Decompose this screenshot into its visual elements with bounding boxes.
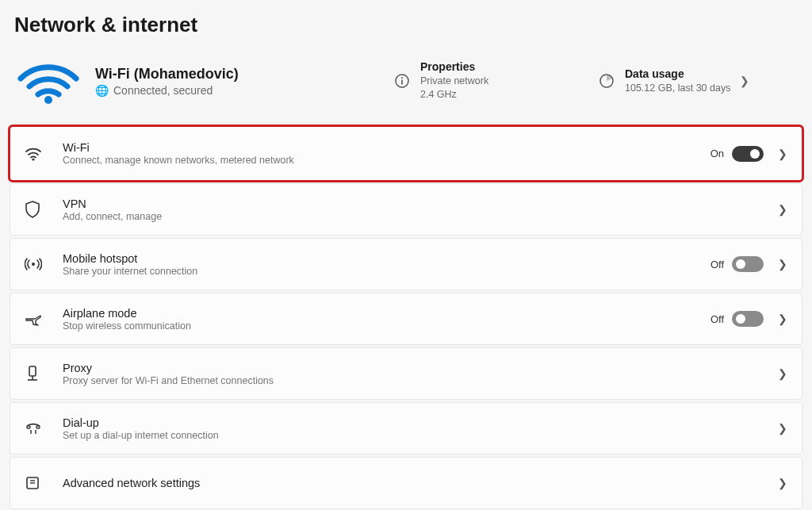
proxy-icon (25, 365, 48, 382)
connection-name: Wi-Fi (Mohamedovic) (95, 66, 389, 82)
settings-row-vpn[interactable]: VPNAdd, connect, manage❯ (10, 183, 802, 236)
pie-chart-icon (598, 72, 615, 90)
chevron-right-icon: ❯ (740, 75, 754, 87)
row-subtitle: Connect, manage known networks, metered … (63, 155, 710, 166)
toggle-group: Off (710, 256, 764, 272)
row-labels: Airplane modeStop wireless communication (63, 307, 710, 332)
row-labels: Dial-upSet up a dial-up internet connect… (63, 416, 764, 441)
shield-icon (25, 201, 48, 218)
svg-point-6 (32, 263, 35, 266)
svg-point-2 (401, 77, 403, 79)
row-labels: VPNAdd, connect, manage (63, 197, 764, 222)
properties-line2: 2.4 GHz (420, 89, 457, 100)
svg-point-0 (44, 96, 52, 104)
toggle-switch[interactable] (732, 256, 764, 272)
row-subtitle: Share your internet connection (63, 266, 710, 277)
chevron-right-icon: ❯ (778, 477, 787, 489)
chevron-right-icon: ❯ (778, 148, 787, 160)
svg-rect-10 (27, 426, 30, 428)
svg-rect-3 (401, 80, 403, 85)
advanced-icon (25, 475, 48, 491)
properties-title: Properties (420, 60, 488, 73)
row-subtitle: Stop wireless communication (63, 320, 710, 332)
chevron-right-icon: ❯ (778, 367, 787, 380)
svg-point-5 (32, 158, 34, 160)
row-title: Dial-up (63, 416, 764, 429)
globe-icon: 🌐 (95, 84, 109, 97)
chevron-right-icon: ❯ (778, 203, 787, 216)
data-usage-title: Data usage (625, 67, 730, 80)
toggle-label: Off (710, 313, 724, 325)
settings-row-airplane-mode[interactable]: Airplane modeStop wireless communication… (10, 293, 802, 345)
properties-line1: Private network (420, 75, 488, 86)
row-title: VPN (63, 197, 764, 210)
row-subtitle: Proxy server for Wi-Fi and Ethernet conn… (63, 375, 764, 386)
chevron-right-icon: ❯ (778, 422, 787, 435)
info-icon (393, 72, 411, 90)
settings-row-dial-up[interactable]: Dial-upSet up a dial-up internet connect… (10, 402, 802, 454)
toggle-group: On (710, 146, 764, 162)
toggle-switch[interactable] (732, 311, 764, 327)
row-title: Wi-Fi (63, 141, 710, 154)
row-title: Mobile hotspot (63, 252, 710, 265)
dialup-icon (25, 420, 48, 436)
chevron-right-icon: ❯ (778, 258, 787, 270)
settings-row-wi-fi[interactable]: Wi-FiConnect, manage known networks, met… (10, 126, 802, 181)
data-usage-card[interactable]: Data usage 105.12 GB, last 30 days ❯ (593, 67, 798, 95)
airplane-icon (25, 311, 48, 327)
toggle-label: On (710, 148, 724, 159)
connection-status: Connected, secured (113, 84, 213, 97)
row-title: Airplane mode (63, 307, 710, 320)
toggle-switch[interactable] (732, 146, 764, 162)
hotspot-icon (25, 256, 48, 272)
svg-rect-7 (29, 366, 36, 376)
row-labels: Advanced network settings (63, 477, 764, 489)
settings-row-advanced-network-settings[interactable]: Advanced network settings❯ (10, 457, 802, 509)
row-subtitle: Add, connect, manage (63, 211, 764, 222)
page-title: Network & internet (10, 8, 802, 39)
row-labels: Wi-FiConnect, manage known networks, met… (63, 141, 710, 166)
row-subtitle: Set up a dial-up internet connection (63, 430, 764, 441)
chevron-right-icon: ❯ (778, 313, 787, 325)
connection-summary: Wi-Fi (Mohamedovic) 🌐 Connected, secured… (10, 39, 802, 126)
row-title: Proxy (63, 362, 764, 374)
settings-row-proxy[interactable]: ProxyProxy server for Wi-Fi and Ethernet… (10, 347, 802, 400)
wifi-icon (25, 147, 48, 161)
data-usage-line: 105.12 GB, last 30 days (625, 82, 730, 95)
row-labels: Mobile hotspotShare your internet connec… (63, 252, 710, 277)
toggle-group: Off (710, 311, 764, 327)
wifi-signal-icon (14, 56, 82, 105)
svg-rect-11 (36, 426, 40, 428)
properties-card[interactable]: Properties Private network 2.4 GHz (389, 60, 593, 102)
settings-row-mobile-hotspot[interactable]: Mobile hotspotShare your internet connec… (10, 238, 802, 290)
row-labels: ProxyProxy server for Wi-Fi and Ethernet… (63, 362, 764, 386)
toggle-label: Off (710, 259, 724, 270)
row-title: Advanced network settings (63, 477, 764, 489)
